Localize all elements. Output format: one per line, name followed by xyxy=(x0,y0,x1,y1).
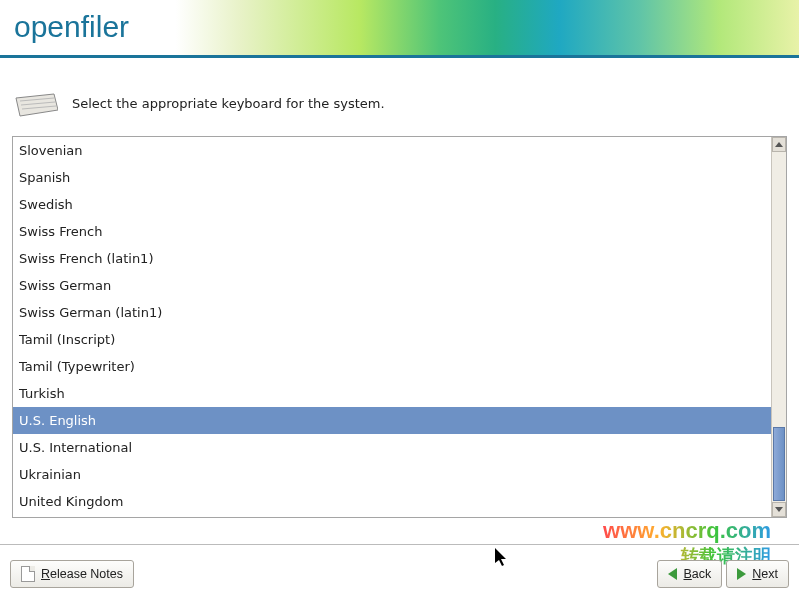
keyboard-list[interactable]: SlovenianSpanishSwedishSwiss FrenchSwiss… xyxy=(12,136,787,518)
openfiler-logo: openfiler xyxy=(14,10,129,44)
list-item[interactable]: Tamil (Inscript) xyxy=(13,326,771,353)
list-item[interactable]: U.S. International xyxy=(13,434,771,461)
prompt-row: Select the appropriate keyboard for the … xyxy=(12,88,787,118)
list-item[interactable]: Spanish xyxy=(13,164,771,191)
content-pane: Select the appropriate keyboard for the … xyxy=(0,58,799,518)
scrollbar[interactable] xyxy=(771,137,786,517)
scroll-up-button[interactable] xyxy=(772,137,786,152)
document-icon xyxy=(21,566,35,582)
list-item[interactable]: Ukrainian xyxy=(13,461,771,488)
arrow-right-icon xyxy=(737,568,746,580)
list-item[interactable]: Tamil (Typewriter) xyxy=(13,353,771,380)
list-item[interactable]: Swiss French (latin1) xyxy=(13,245,771,272)
installer-header: openfiler xyxy=(0,0,799,58)
release-notes-label: Release Notes xyxy=(41,567,123,581)
list-item[interactable]: Swiss German (latin1) xyxy=(13,299,771,326)
next-button[interactable]: Next xyxy=(726,560,789,588)
scroll-down-button[interactable] xyxy=(772,502,786,517)
back-label: Back xyxy=(683,567,711,581)
list-item[interactable]: Swiss German xyxy=(13,272,771,299)
keyboard-icon xyxy=(12,88,58,118)
scrollbar-thumb[interactable] xyxy=(773,427,785,501)
prompt-text: Select the appropriate keyboard for the … xyxy=(72,96,385,111)
list-item[interactable]: Swedish xyxy=(13,191,771,218)
release-notes-button[interactable]: Release Notes xyxy=(10,560,134,588)
next-label: Next xyxy=(752,567,778,581)
list-item[interactable]: Turkish xyxy=(13,380,771,407)
list-item[interactable]: Slovenian xyxy=(13,137,771,164)
list-item[interactable]: United Kingdom xyxy=(13,488,771,515)
watermark-url: www.cncrq.com xyxy=(603,518,771,544)
arrow-left-icon xyxy=(668,568,677,580)
list-item[interactable]: Swiss French xyxy=(13,218,771,245)
keyboard-list-viewport: SlovenianSpanishSwedishSwiss FrenchSwiss… xyxy=(13,137,771,517)
list-item[interactable]: U.S. English xyxy=(13,407,771,434)
footer: Release Notes Back Next xyxy=(0,544,799,602)
back-button[interactable]: Back xyxy=(657,560,722,588)
